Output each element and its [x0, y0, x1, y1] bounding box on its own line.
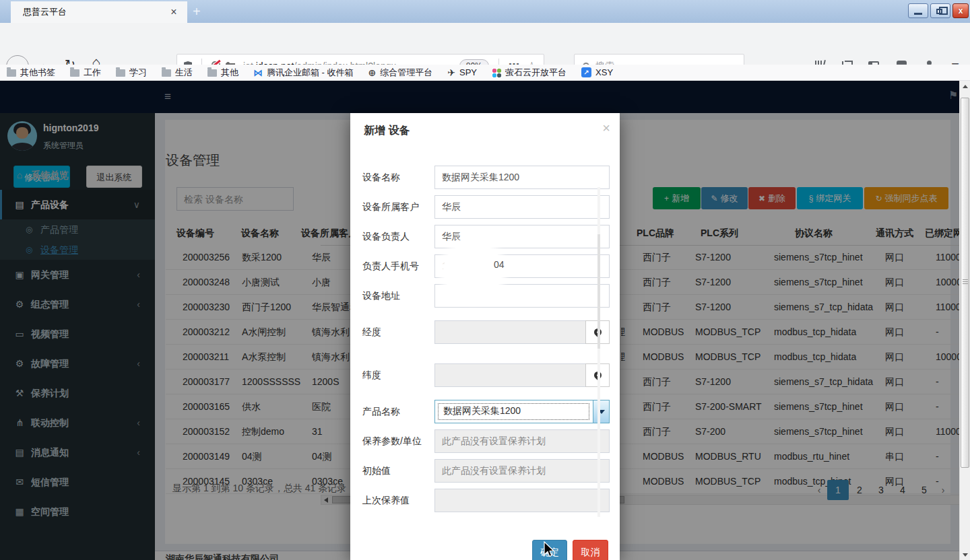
- tab-close-icon[interactable]: ×: [167, 6, 181, 18]
- field-label: 经度: [362, 326, 381, 339]
- minimize-icon: [914, 13, 922, 15]
- bookmark-item[interactable]: 其他: [207, 67, 238, 79]
- field-input-纬度[interactable]: [434, 363, 586, 387]
- field-label: 设备名称: [362, 172, 400, 184]
- window-minimize-button[interactable]: [908, 3, 928, 18]
- scroll-down-button[interactable]: [960, 549, 970, 560]
- app-viewport: ≡ ⚑ hignton2019 系统管理员 修改密码 退出系统 ⌂系统总览▤产品…: [0, 81, 959, 560]
- browser-navbar: ← → ↻ ⌂ iot.idosp.net/admin/index.html?l…: [0, 23, 970, 65]
- modal-title: 新增 设备: [364, 124, 410, 138]
- folder-icon: [7, 69, 16, 77]
- field-label: 保养参数/单位: [362, 435, 422, 448]
- globe-icon: ⊕: [368, 68, 377, 77]
- bookmark-item[interactable]: 生活: [162, 67, 193, 79]
- close-icon: x: [959, 6, 963, 15]
- modal-scrollbar[interactable]: [597, 187, 600, 517]
- browser-titlebar: 思普云平台 × + x: [0, 0, 970, 23]
- dropdown-button[interactable]: [593, 400, 609, 423]
- folder-icon: [162, 69, 171, 77]
- window-restore-button[interactable]: [930, 3, 950, 18]
- arrow-up-icon: [963, 85, 968, 88]
- field-label: 上次保养值: [362, 495, 410, 507]
- bookmarks-bar: 其他书签工作学习生活其他⋈腾讯企业邮箱 - 收件箱⊕综合管理平台✈SPY萤石云开…: [0, 65, 970, 81]
- modal-close-icon[interactable]: ×: [602, 123, 610, 133]
- bookmark-label: 生活: [175, 67, 193, 79]
- field-label: 设备负责人: [362, 231, 410, 243]
- bookmark-item[interactable]: ✈SPY: [447, 67, 477, 77]
- folder-icon: [207, 69, 217, 77]
- browser-tab[interactable]: 思普云平台 ×: [11, 1, 187, 23]
- field-input-上次保养值: [434, 489, 610, 512]
- field-label: 产品名称: [362, 406, 400, 418]
- select-value: 数据网关采集1200: [443, 405, 521, 417]
- cancel-button[interactable]: 取消: [573, 540, 608, 560]
- field-label: 初始值: [362, 465, 391, 477]
- bookmark-item[interactable]: 工作: [70, 67, 101, 79]
- bookmark-item[interactable]: ⊕综合管理平台: [368, 67, 433, 79]
- field-input-经度[interactable]: [434, 320, 586, 344]
- field-label: 纬度: [362, 370, 381, 382]
- tab-title: 思普云平台: [23, 6, 167, 18]
- scrollbar-thumb[interactable]: [961, 98, 969, 468]
- scroll-up-button[interactable]: [960, 81, 970, 92]
- xsy-icon: ↗: [581, 67, 591, 77]
- field-select-产品名称[interactable]: 数据网关采集1200: [434, 400, 610, 423]
- bookmark-item[interactable]: ↗XSY: [581, 67, 613, 77]
- redacted-value-end: 04: [494, 259, 505, 270]
- mouse-cursor: [543, 541, 555, 559]
- bookmark-label: XSY: [595, 67, 613, 77]
- arrow-down-icon: [963, 553, 968, 557]
- folder-icon: [70, 69, 79, 77]
- bookmark-label: 学习: [129, 67, 147, 79]
- bookmark-label: 工作: [84, 67, 101, 79]
- bookmark-item[interactable]: 学习: [116, 67, 147, 79]
- field-label: 设备地址: [362, 290, 400, 302]
- field-input-设备名称[interactable]: 数据网关采集1200: [434, 166, 610, 189]
- privacy-redaction-blob: [443, 242, 503, 299]
- field-input-保养参数/单位: 此产品没有设置保养计划: [434, 429, 610, 453]
- field-input-初始值: 此产品没有设置保养计划: [434, 459, 610, 483]
- new-tab-button[interactable]: +: [193, 3, 201, 20]
- bookmark-item[interactable]: 其他书签: [7, 67, 55, 79]
- bookmark-label: 腾讯企业邮箱 - 收件箱: [267, 67, 354, 79]
- browser-window: 思普云平台 × + x ← → ↻ ⌂ iot.idosp.net/admin/…: [0, 0, 970, 560]
- tencent-mail-icon: ⋈: [253, 68, 263, 77]
- bookmark-label: 其他书签: [20, 67, 55, 79]
- field-input-设备所属客户[interactable]: 华辰: [434, 195, 610, 219]
- bookmark-label: 萤石云开放平台: [505, 67, 567, 79]
- bookmark-label: 其他: [221, 67, 238, 79]
- field-label: 负责人手机号: [362, 260, 419, 273]
- bookmark-label: 综合管理平台: [380, 67, 432, 79]
- folder-icon: [116, 69, 125, 77]
- field-label: 设备所属客户: [362, 201, 419, 213]
- add-device-modal: 新增 设备 × 设备名称数据网关采集1200设备所属客户华辰设备负责人华辰负责人…: [350, 113, 620, 560]
- window-close-button[interactable]: x: [952, 3, 969, 18]
- spy-icon: ✈: [447, 68, 455, 77]
- bookmark-item[interactable]: ⋈腾讯企业邮箱 - 收件箱: [253, 67, 354, 79]
- ys7-icon: [492, 68, 501, 77]
- browser-vertical-scrollbar[interactable]: [959, 81, 970, 560]
- bookmark-label: SPY: [459, 67, 477, 77]
- bookmark-item[interactable]: 萤石云开放平台: [492, 67, 567, 79]
- restore-icon: [936, 9, 942, 14]
